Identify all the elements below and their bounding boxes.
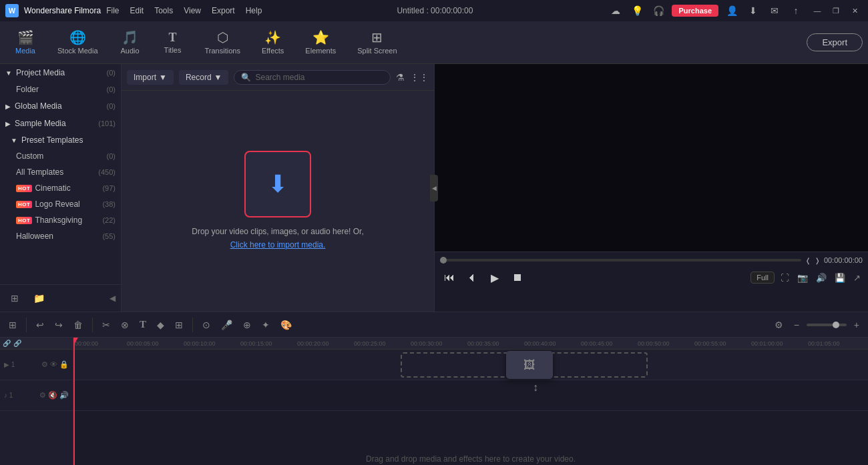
toolbar-audio[interactable]: 🎵 Audio [110, 27, 150, 59]
zoom-in-button[interactable]: + [851, 318, 863, 332]
video-track-lock-icon[interactable]: 🔒 [59, 360, 69, 369]
track-magnet-button[interactable]: 🔗 [13, 340, 21, 347]
fullscreen-button[interactable]: ⛶ [779, 271, 791, 285]
track-link-button[interactable]: 🔗 [3, 340, 11, 347]
record-button[interactable]: Record ▼ [179, 70, 229, 85]
video-track-eye-icon[interactable]: 👁 [50, 360, 57, 369]
stop-button[interactable]: ⏹ [508, 268, 527, 287]
toolbar-media[interactable]: 🎬 Media [5, 27, 45, 59]
sidebar-logo-reveal-label: Logo Reveal [35, 199, 79, 209]
bracket-in-icon[interactable]: ❬ [805, 257, 811, 264]
user-icon[interactable]: 👤 [724, 3, 740, 19]
audio-track-mute-icon[interactable]: 🔇 [48, 391, 57, 400]
download-icon[interactable]: ⬇ [745, 3, 761, 19]
import-link[interactable]: Click here to import media. [230, 240, 326, 250]
headset-icon[interactable]: 🎧 [650, 3, 666, 19]
sidebar-custom-label: Custom [16, 151, 43, 161]
sidebar-preset-templates[interactable]: ▼ Preset Templates [0, 132, 121, 148]
maximize-button[interactable]: ❐ [828, 3, 844, 19]
sidebar-project-media-count: (0) [107, 69, 116, 77]
toolbar-split-screen[interactable]: ⊞ Split Screen [348, 27, 406, 59]
menu-export[interactable]: Export [212, 6, 235, 15]
audio-track-content[interactable] [73, 380, 868, 411]
sidebar-sample-media[interactable]: ▶ Sample Media (101) [0, 115, 121, 132]
play-button[interactable]: ▶ [485, 268, 504, 287]
delete-button[interactable]: 🗑 [70, 318, 86, 332]
menu-view[interactable]: View [184, 6, 201, 15]
menu-help[interactable]: Help [246, 6, 262, 15]
audio-detach-button[interactable]: 🎤 [218, 318, 236, 332]
toolbar-stock-media[interactable]: 🌐 Stock Media [48, 27, 107, 59]
timeline-options-button[interactable]: ⚙ [771, 318, 787, 332]
resolution-dropdown[interactable]: Full [750, 272, 775, 284]
scrubber-track[interactable] [440, 259, 801, 262]
keyframe-button[interactable]: ◆ [154, 318, 168, 332]
skip-backward-button[interactable]: ⏮ [440, 268, 459, 287]
preview-time-display: 00:00:00:00 [824, 256, 863, 264]
volume-button[interactable]: 🔊 [814, 271, 829, 285]
snapshot-button[interactable]: 📷 [795, 271, 810, 285]
undo-button[interactable]: ↩ [33, 318, 47, 332]
sidebar-global-media[interactable]: ▶ Global Media (0) [0, 97, 121, 115]
video-track-settings-icon[interactable]: ⚙ [41, 360, 48, 369]
crop-button[interactable]: ⊗ [118, 318, 132, 332]
upgrade-icon[interactable]: ↑ [788, 3, 804, 19]
sidebar-item-thanksgiving[interactable]: HOT Thanksgiving (22) [0, 212, 121, 228]
grid-icon[interactable]: ⋮⋮ [410, 72, 429, 83]
add-media-folder-button[interactable]: ⊞ [5, 289, 24, 308]
search-box[interactable]: 🔍 [234, 70, 391, 85]
split-screen-icon: ⊞ [371, 31, 383, 44]
step-backward-button[interactable]: ⏴ [463, 268, 481, 287]
toolbar-titles[interactable]: T Titles [153, 27, 193, 58]
timeline-settings-button[interactable]: ⊕ [240, 318, 254, 332]
speed-button[interactable]: ⊞ [172, 318, 186, 332]
sidebar-item-cinematic[interactable]: HOT Cinematic (97) [0, 180, 121, 196]
video-track-content[interactable]: 🖼 ↕ [73, 350, 868, 380]
text-button[interactable]: T [136, 317, 150, 332]
zoom-out-button[interactable]: − [791, 318, 803, 332]
zoom-slider[interactable] [807, 324, 847, 326]
toolbar-elements[interactable]: ⭐ Elements [296, 27, 345, 59]
sidebar-item-logo-reveal[interactable]: HOT Logo Reveal (38) [0, 196, 121, 212]
sidebar-project-media[interactable]: ▼ Project Media (0) [0, 64, 121, 81]
timeline-ruler: 00:00:00 00:00:05:00 00:00:10:00 00:00:1… [73, 338, 868, 350]
search-input[interactable] [255, 73, 383, 82]
notification-icon[interactable]: ✉ [767, 3, 783, 19]
bulb-icon[interactable]: 💡 [629, 3, 645, 19]
cut-button[interactable]: ✂ [99, 318, 114, 332]
scrubber-thumb[interactable] [440, 257, 447, 264]
external-preview-button[interactable]: ↗ [851, 271, 863, 285]
audio-track-settings-icon[interactable]: ⚙ [39, 391, 46, 400]
timeline-add-track-button[interactable]: ⊞ [5, 318, 20, 332]
purchase-button[interactable]: Purchase [672, 5, 718, 17]
toolbar: 🎬 Media 🌐 Stock Media 🎵 Audio T Titles ⬡… [0, 21, 868, 64]
ai-button[interactable]: ✦ [258, 318, 273, 332]
redo-button[interactable]: ↪ [51, 318, 66, 332]
sidebar-item-folder[interactable]: Folder (0) [0, 81, 121, 97]
menu-edit[interactable]: Edit [130, 6, 144, 15]
menu-tools[interactable]: Tools [154, 6, 173, 15]
toolbar-transitions[interactable]: ⬡ Transitions [196, 27, 250, 59]
export-button[interactable]: Export [807, 33, 863, 51]
titlebar-right: ☁ 💡 🎧 Purchase 👤 ⬇ ✉ ↑ — ❐ ✕ [608, 3, 863, 19]
sidebar-item-custom[interactable]: Custom (0) [0, 148, 121, 164]
bracket-out-icon[interactable]: ❭ [815, 257, 820, 264]
save-frame-button[interactable]: 💾 [833, 271, 847, 285]
audio-track-volume-icon[interactable]: 🔊 [59, 391, 69, 400]
panel-collapse-handle[interactable]: ◀ [430, 175, 438, 201]
filter-icon[interactable]: ⚗ [396, 72, 405, 83]
close-button[interactable]: ✕ [847, 3, 863, 19]
create-folder-button[interactable]: 📁 [29, 289, 48, 308]
sidebar-item-all-templates[interactable]: All Templates (450) [0, 164, 121, 180]
video-clip-thumbnail[interactable]: 🖼 [506, 351, 553, 379]
import-drop-box[interactable]: ⬇ [244, 151, 311, 217]
import-button[interactable]: Import ▼ [127, 70, 174, 85]
color-button[interactable]: 🎨 [277, 318, 295, 332]
toolbar-effects[interactable]: ✨ Effects [252, 27, 293, 59]
motion-track-button[interactable]: ⊙ [199, 318, 214, 332]
cloud-icon[interactable]: ☁ [608, 3, 624, 19]
sidebar-item-halloween[interactable]: Halloween (55) [0, 228, 121, 244]
menu-file[interactable]: File [106, 6, 119, 15]
sidebar-collapse-handle[interactable]: ◀ [110, 294, 116, 303]
minimize-button[interactable]: — [809, 3, 825, 19]
